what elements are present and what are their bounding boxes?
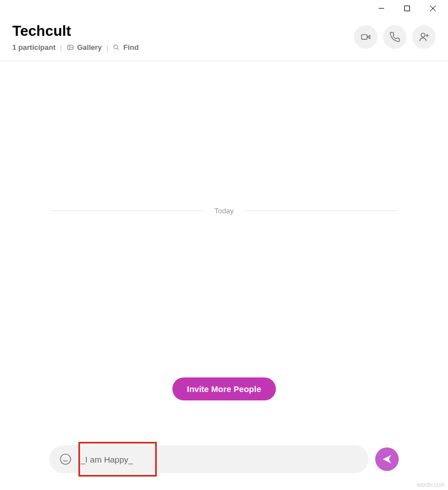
- invite-more-people-button[interactable]: Invite More People: [172, 377, 276, 400]
- find-link[interactable]: Find: [113, 43, 138, 52]
- gallery-label: Gallery: [77, 43, 102, 52]
- header-actions: [354, 25, 436, 49]
- gallery-icon: [67, 44, 74, 51]
- send-button[interactable]: [375, 447, 399, 471]
- divider-pipe: |: [106, 43, 108, 52]
- divider-line-right: [244, 211, 399, 211]
- participants-label: 1 participant: [12, 43, 55, 52]
- svg-point-9: [421, 33, 425, 37]
- video-icon: [360, 31, 371, 43]
- input-container: [49, 445, 368, 473]
- search-icon: [113, 44, 120, 51]
- date-divider: Today: [49, 207, 399, 215]
- svg-point-5: [68, 46, 69, 48]
- add-user-icon: [418, 31, 430, 43]
- add-participant-button[interactable]: [412, 25, 436, 49]
- message-input[interactable]: [81, 452, 358, 466]
- watermark: wsxdn.com: [417, 482, 445, 488]
- chat-body: Today Invite More People: [0, 61, 448, 408]
- svg-line-7: [117, 48, 119, 50]
- header-sub: 1 participant | Gallery | Find: [12, 43, 139, 52]
- gallery-link[interactable]: Gallery: [67, 43, 102, 52]
- close-button[interactable]: [420, 0, 446, 17]
- header-info: Techcult 1 participant | Gallery | Find: [12, 22, 139, 52]
- svg-point-12: [60, 454, 71, 464]
- chat-header: Techcult 1 participant | Gallery | Find: [0, 17, 448, 61]
- phone-icon: [389, 31, 400, 43]
- date-label: Today: [214, 207, 234, 215]
- message-composer: [49, 445, 399, 473]
- chat-title: Techcult: [12, 22, 139, 40]
- emoji-button[interactable]: [59, 453, 72, 465]
- window-titlebar: [0, 0, 448, 17]
- divider-line-left: [49, 211, 204, 211]
- smiley-icon: [59, 453, 72, 465]
- minimize-button[interactable]: [368, 0, 394, 17]
- svg-rect-1: [405, 6, 410, 11]
- svg-rect-8: [362, 35, 367, 39]
- svg-point-6: [114, 45, 118, 49]
- audio-call-button[interactable]: [383, 25, 407, 49]
- send-icon: [381, 454, 393, 465]
- maximize-button[interactable]: [394, 0, 420, 17]
- video-call-button[interactable]: [354, 25, 377, 49]
- find-label: Find: [123, 43, 138, 52]
- divider-pipe: |: [60, 43, 62, 52]
- participants-link[interactable]: 1 participant: [12, 43, 55, 52]
